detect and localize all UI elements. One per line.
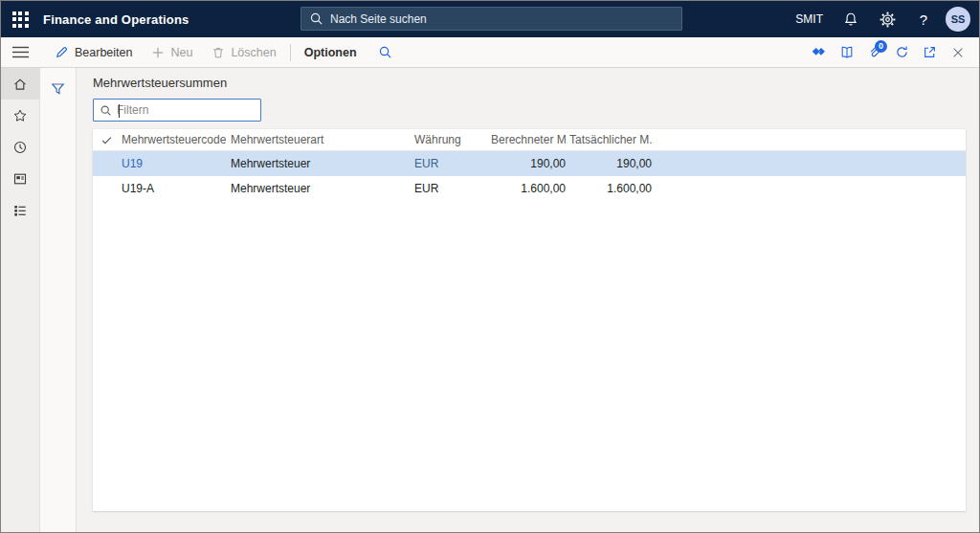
attachments-icon[interactable]: 0 (860, 37, 888, 68)
sidebar-item-recent[interactable] (1, 131, 39, 163)
form-icon (12, 171, 28, 187)
toolbar-search-icon[interactable] (367, 45, 404, 59)
column-header-art[interactable]: Mehrwertsteuerart (229, 133, 412, 146)
book-icon[interactable] (833, 37, 860, 68)
company-selector[interactable]: SMIT (795, 12, 823, 26)
cell-currency[interactable]: EUR (412, 182, 489, 195)
app-window: Finance and Operations Nach Seite suchen… (0, 0, 980, 533)
text-caret (119, 104, 120, 118)
column-header-code[interactable]: Mehrwertsteuercode (120, 133, 229, 146)
select-all-check-icon[interactable] (93, 134, 120, 146)
cell-art[interactable]: Mehrwertsteuer (229, 157, 412, 170)
list-icon (12, 203, 28, 218)
star-icon (12, 108, 28, 123)
close-icon[interactable] (944, 37, 971, 68)
table-row[interactable]: U19MehrwertsteuerEUR190,00190,00 (93, 151, 966, 176)
global-search-box[interactable]: Nach Seite suchen (301, 7, 682, 31)
grid-rows: U19MehrwertsteuerEUR190,00190,00U19-AMeh… (93, 151, 966, 201)
cell-calculated[interactable]: 1.600,00 (489, 182, 568, 195)
column-header-calculated[interactable]: Berechneter M... (489, 133, 568, 146)
sidebar-item-home[interactable] (1, 68, 39, 100)
waffle-menu-icon[interactable] (1, 1, 39, 37)
sidebar-item-favorites[interactable] (1, 100, 39, 131)
help-icon[interactable]: ? (905, 1, 942, 37)
cell-currency[interactable]: EUR (412, 157, 489, 170)
filter-rail (39, 68, 77, 533)
avatar[interactable]: SS (946, 7, 970, 32)
options-menu[interactable]: Optionen (295, 37, 367, 68)
cell-code[interactable]: U19-A (120, 182, 229, 195)
settings-gear-icon[interactable] (869, 1, 905, 37)
grid-card: Mehrwertsteuercode Mehrwertsteuerart Wäh… (93, 129, 966, 511)
column-header-actual[interactable]: Tatsächlicher M... (568, 133, 654, 146)
refresh-icon[interactable] (888, 37, 916, 68)
cell-actual[interactable]: 1.600,00 (568, 182, 654, 195)
cell-actual[interactable]: 190,00 (568, 157, 654, 170)
topbar-right: SMIT ? (795, 1, 979, 37)
new-button[interactable]: Neu (142, 37, 202, 68)
sidebar-item-modules[interactable] (1, 194, 39, 226)
cell-calculated[interactable]: 190,00 (489, 157, 568, 170)
trash-icon (212, 46, 225, 59)
page-body: Mehrwertsteuersummen Mehrwertsteuercode … (1, 68, 979, 533)
pencil-icon (55, 45, 69, 59)
actionbar-right-icons: 0 (805, 37, 971, 68)
page-title: Mehrwertsteuersummen (93, 76, 979, 90)
sidebar-item-workspaces[interactable] (1, 163, 39, 194)
hamburger-menu-icon[interactable] (1, 37, 39, 68)
filter-funnel-icon[interactable] (46, 78, 70, 100)
notifications-bell-icon[interactable] (833, 1, 869, 37)
main-content: Mehrwertsteuersummen Mehrwertsteuercode … (77, 68, 979, 533)
quick-filter-box[interactable] (93, 99, 261, 122)
plus-icon (151, 46, 165, 59)
clock-icon (12, 140, 28, 155)
search-icon (309, 11, 323, 26)
edit-button[interactable]: Bearbeiten (45, 37, 142, 68)
action-bar: Bearbeiten Neu Löschen Optionen (1, 37, 979, 68)
table-row[interactable]: U19-AMehrwertsteuerEUR1.600,001.600,00 (93, 176, 966, 201)
home-icon (12, 77, 28, 92)
attachments-count-badge: 0 (875, 40, 887, 53)
open-in-new-window-icon[interactable] (916, 37, 944, 68)
global-search-placeholder: Nach Seite suchen (330, 12, 427, 26)
filter-input[interactable] (112, 100, 265, 120)
cell-art[interactable]: Mehrwertsteuer (229, 182, 412, 195)
toolbar-separator (290, 44, 291, 61)
grid-header-row: Mehrwertsteuercode Mehrwertsteuerart Wäh… (93, 129, 966, 151)
nav-sidebar (1, 68, 39, 533)
column-header-currency[interactable]: Währung (412, 133, 489, 146)
power-apps-icon[interactable] (805, 37, 833, 68)
top-navbar: Finance and Operations Nach Seite suchen… (1, 1, 979, 37)
delete-button[interactable]: Löschen (202, 37, 285, 68)
filter-search-icon (100, 104, 112, 117)
cell-code[interactable]: U19 (120, 157, 229, 170)
app-title: Finance and Operations (43, 12, 189, 27)
